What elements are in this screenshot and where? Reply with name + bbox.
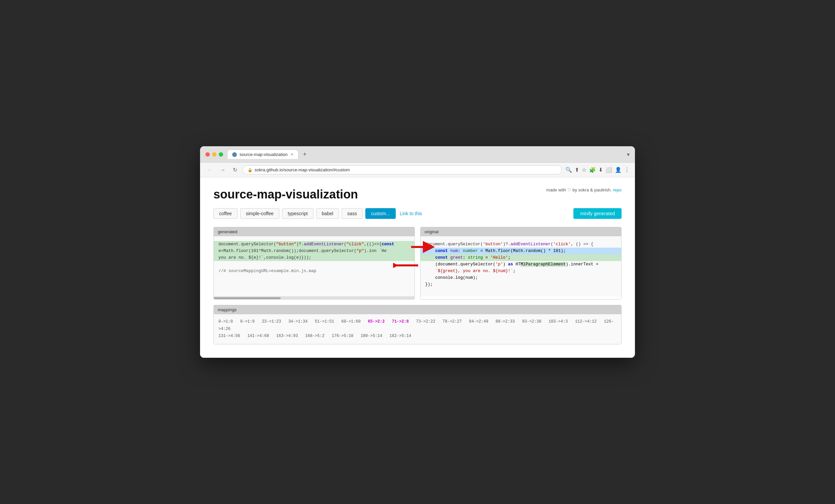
original-line-4: (document.querySelector('p') as HTMlPara… <box>425 262 598 267</box>
reader-icon[interactable]: ⬜ <box>606 167 612 173</box>
mapping-20[interactable]: 176->5:10 <box>331 334 353 338</box>
link-to-this[interactable]: Link to this <box>400 211 422 216</box>
mapping-3[interactable]: 34->1:34 <box>288 319 308 324</box>
generated-line-2: e=Math.floor(101*Math.random());document… <box>214 248 414 254</box>
traffic-lights <box>205 152 223 157</box>
mappings-body: 0->1:0 9->1:9 23->1:23 34->1:34 51->1:51… <box>214 314 621 344</box>
download-icon[interactable]: ⬇ <box>598 167 603 173</box>
original-line-6: console.log(num); <box>425 276 478 280</box>
original-line-5: `${greet}, you are no. ${num}!`; <box>425 269 515 274</box>
generated-panel: generated document.querySelector("button… <box>213 227 415 300</box>
close-button[interactable] <box>205 152 210 157</box>
mapping-9[interactable]: 78->2:27 <box>443 319 462 324</box>
page-header: source-map-visualization made with ♡ by … <box>213 187 622 201</box>
original-panel-header: original <box>421 227 621 236</box>
profile-icon[interactable]: 👤 <box>615 167 622 173</box>
mapping-18[interactable]: 163->4:93 <box>276 334 298 338</box>
generated-line-3: you are no. ${e}!`,console.log(e)})); <box>214 254 414 261</box>
generated-scrollbar[interactable] <box>214 297 414 299</box>
generated-line-4: //# sourceMappingURL=example.min.js.map <box>219 269 317 274</box>
panels-wrapper: generated document.querySelector("button… <box>213 227 622 300</box>
simple-coffee-button[interactable]: simple-coffee <box>240 208 279 219</box>
custom-button[interactable]: custom... <box>365 208 396 219</box>
toolbar: coffee simple-coffee typescript babel sa… <box>213 208 622 219</box>
nav-icons: 🔍 ⬆ ☆ 🧩 ⬇ ⬜ 👤 ⋮ <box>565 167 630 173</box>
mapping-11[interactable]: 88->2:33 <box>495 319 515 324</box>
mapping-16[interactable]: 131->4:56 <box>219 334 240 338</box>
original-line-2: const num: number = Math.floor(Math.rand… <box>421 248 621 254</box>
nav-bar: ← → ↻ 🔒 sokra.github.io/source-map-visua… <box>200 163 635 177</box>
mapping-5[interactable]: 60->1:60 <box>341 319 361 324</box>
share-icon[interactable]: ⬆ <box>575 167 579 173</box>
mapping-6[interactable]: 65->2:2 <box>368 319 385 324</box>
minimize-button[interactable] <box>212 152 217 157</box>
sass-button[interactable]: sass <box>342 208 363 219</box>
mapping-0[interactable]: 0->1:0 <box>219 319 233 324</box>
generated-panel-body: document.querySelector("button")?.addEve… <box>214 236 414 297</box>
mapping-7[interactable]: 71->2:8 <box>392 319 409 324</box>
mapping-13[interactable]: 103->4:3 <box>549 319 568 324</box>
mapping-1[interactable]: 9->1:9 <box>240 319 254 324</box>
code-panels: generated document.querySelector("button… <box>213 227 622 300</box>
page-title: source-map-visualization <box>213 187 358 201</box>
page-content: source-map-visualization made with ♡ by … <box>200 177 635 358</box>
original-panel: original document.querySelector('button'… <box>420 227 622 300</box>
maximize-button[interactable] <box>219 152 223 157</box>
mapping-21[interactable]: 180->5:14 <box>361 334 382 338</box>
typescript-button[interactable]: typescript <box>282 208 313 219</box>
mapping-17[interactable]: 141->4:68 <box>247 334 269 338</box>
extensions-icon[interactable]: 🧩 <box>589 167 596 173</box>
babel-button[interactable]: babel <box>316 208 339 219</box>
url-text: sokra.github.io/source-map-visualization… <box>254 167 350 173</box>
lock-icon: 🔒 <box>248 168 252 173</box>
mapping-8[interactable]: 73->2:22 <box>416 319 435 324</box>
generated-line-1: document.querySelector("button")?.addEve… <box>214 241 414 248</box>
mapping-2[interactable]: 23->1:23 <box>262 319 281 324</box>
chevron-down-icon[interactable]: ▾ <box>627 151 630 158</box>
tab-favicon <box>232 152 237 157</box>
original-panel-body: document.querySelector('button')?.addEve… <box>421 236 621 297</box>
menu-icon[interactable]: ⋮ <box>624 167 630 173</box>
reload-button[interactable]: ↻ <box>231 166 239 174</box>
mapping-10[interactable]: 84->2:49 <box>469 319 488 324</box>
tab-close-icon[interactable]: ✕ <box>290 152 293 157</box>
original-line-3: const greet: string = 'Hello'; <box>421 254 621 261</box>
made-with: made with ♡ by sokra & paulirish. repo <box>546 187 622 193</box>
original-line-1: document.querySelector('button')?.addEve… <box>425 242 593 247</box>
new-tab-button[interactable]: + <box>301 150 309 159</box>
repo-link[interactable]: repo <box>613 187 622 193</box>
original-line-7: }); <box>425 282 433 287</box>
generated-scrollbar-thumb[interactable] <box>214 297 281 299</box>
search-icon[interactable]: 🔍 <box>565 167 572 173</box>
mappings-panel: mappings 0->1:0 9->1:9 23->1:23 34->1:34… <box>213 305 622 344</box>
generated-panel-header: generated <box>214 227 414 236</box>
mappings-header: mappings <box>214 305 621 314</box>
mapping-22[interactable]: 182->5:14 <box>389 334 411 338</box>
coffee-button[interactable]: coffee <box>213 208 238 219</box>
mapping-19[interactable]: 168->5:2 <box>305 334 325 338</box>
browser-window: source-map-visualization ✕ + ▾ ← → ↻ 🔒 s… <box>200 146 635 358</box>
minify-button[interactable]: minify generated <box>573 208 622 219</box>
mapping-12[interactable]: 93->2:38 <box>522 319 541 324</box>
mapping-4[interactable]: 51->1:51 <box>315 319 334 324</box>
mapping-14[interactable]: 112->4:12 <box>575 319 597 324</box>
bookmark-icon[interactable]: ☆ <box>582 167 587 173</box>
forward-button[interactable]: → <box>218 166 227 174</box>
made-with-text: made with ♡ by sokra & paulirish. <box>546 187 612 193</box>
tab-title: source-map-visualization <box>240 152 288 157</box>
title-bar: source-map-visualization ✕ + ▾ <box>200 146 635 163</box>
active-tab[interactable]: source-map-visualization ✕ <box>227 149 299 159</box>
tab-bar: source-map-visualization ✕ + <box>227 149 623 159</box>
back-button[interactable]: ← <box>205 166 215 174</box>
address-bar[interactable]: 🔒 sokra.github.io/source-map-visualizati… <box>243 165 562 174</box>
